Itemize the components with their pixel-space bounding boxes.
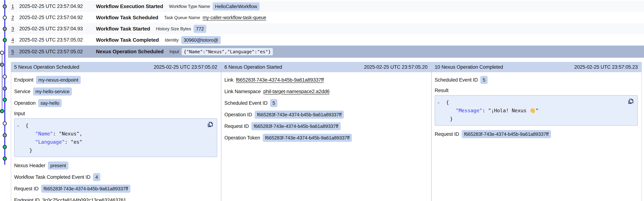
field-wtc-event-id: Workflow Task Completed Event ID 4 xyxy=(14,173,217,181)
table-row[interactable]: 2 2025-02-25 UTC 23:57:04.92 Workflow Ta… xyxy=(8,12,644,23)
field-label: Scheduled Event ID xyxy=(224,100,268,106)
event-dot-completed[interactable] xyxy=(3,38,7,42)
field-nexus-header: Nexus Header present xyxy=(14,161,217,169)
json-line: "Name": "Nexus", xyxy=(14,129,204,138)
table-row[interactable]: 4 2025-02-25 UTC 23:57:05.02 Workflow Ta… xyxy=(8,34,644,46)
panel-title: 5 Nexus Operation Scheduled xyxy=(14,64,79,70)
event-detail-label: History Size Bytes xyxy=(156,26,191,32)
event-detail-panels: 5 Nexus Operation Scheduled 2025-02-25 U… xyxy=(11,62,642,201)
link-event-link[interactable]: f665283f-743e-4374-b45b-9a61a89337ff xyxy=(236,77,324,83)
field-label: Link xyxy=(224,77,234,83)
field-request-id: Request ID f665283f-743e-4374-b45b-9a61a… xyxy=(14,185,217,193)
event-dot-scheduled[interactable] xyxy=(0,51,4,55)
event-timestamp: 2025-02-25 UTC 23:57:04.92 xyxy=(19,4,96,9)
event-dot-completed[interactable] xyxy=(3,145,7,149)
field-request-id: Request ID f665283f-743e-4374-b45b-9a61a… xyxy=(224,122,428,130)
field-value-badge: f665283f-743e-4374-b45b-9a61a89337ff xyxy=(263,134,352,142)
field-value-badge: my-nexus-endpoint xyxy=(36,76,81,84)
field-input-label: Input xyxy=(14,111,217,117)
table-row[interactable]: 1 2025-02-25 UTC 23:57:04.92 Workflow Ex… xyxy=(8,1,644,12)
event-id-link[interactable]: 2 xyxy=(12,15,19,20)
field-label: Link Namespace xyxy=(224,89,261,94)
event-dot-started[interactable] xyxy=(3,5,7,9)
event-id-link[interactable]: 3 xyxy=(12,26,19,32)
event-timestamp: 2025-02-25 UTC 23:57:04.92 xyxy=(19,15,96,20)
field-label: Request ID xyxy=(14,186,38,192)
event-dot-completed[interactable] xyxy=(0,109,4,113)
field-value-badge: f665283f-743e-4374-b45b-9a61a89337ff xyxy=(255,111,344,119)
field-value-badge: 5 xyxy=(270,99,278,107)
collapse-chevron-icon[interactable]: ⌄ xyxy=(14,121,26,129)
field-operation-id: Operation ID f665283f-743e-4374-b45b-9a6… xyxy=(224,111,428,119)
panel-header: 10 Nexus Operation Completed 2025-02-25 … xyxy=(432,62,642,72)
table-row-selected[interactable]: 5 2025-02-25 UTC 23:57:05.02 Nexus Opera… xyxy=(8,46,644,58)
field-result-label: Result xyxy=(435,87,638,94)
event-table: 1 2025-02-25 UTC 23:57:04.92 Workflow Ex… xyxy=(8,1,644,58)
event-detail-label: Workflow Type Name xyxy=(169,4,210,9)
event-dot-scheduled[interactable] xyxy=(3,121,7,125)
link-namespace-link[interactable]: phil-target-namespace2.a2dd6 xyxy=(263,89,330,94)
field-label: Operation Token xyxy=(224,135,260,141)
panel-body: Endpoint my-nexus-endpoint Service my-he… xyxy=(11,72,221,201)
field-value-badge: f665283f-743e-4374-b45b-9a61a89337ff xyxy=(462,130,551,138)
field-scheduled-event-id: Scheduled Event ID 5 xyxy=(224,99,428,107)
event-id-link[interactable]: 5 xyxy=(12,49,19,55)
copy-icon[interactable] xyxy=(206,121,214,128)
endpoint-id-link[interactable]: 3c0c75ccfa8144b092c13ce632463761 xyxy=(42,197,126,201)
event-dot-started[interactable] xyxy=(3,133,7,137)
event-name: Workflow Execution Started xyxy=(96,4,163,9)
field-value-badge: f665283f-743e-4374-b45b-9a61a89337ff xyxy=(251,122,341,130)
event-dot-started[interactable] xyxy=(3,87,7,91)
field-label: Nexus Header xyxy=(14,163,45,168)
panel-title: 10 Nexus Operation Completed xyxy=(435,64,503,70)
workflow-event-history-view: 1 2025-02-25 UTC 23:57:04.92 Workflow Ex… xyxy=(0,0,644,201)
panel-timestamp: 2025-02-25 UTC 23:57:05.20 xyxy=(364,64,428,70)
event-dot-scheduled[interactable] xyxy=(3,75,7,79)
field-request-id: Request ID f665283f-743e-4374-b45b-9a61a… xyxy=(435,130,638,138)
json-line: "Message": "¡Hola! Nexus 👋" xyxy=(435,106,624,115)
event-id-link[interactable]: 1 xyxy=(12,4,19,9)
input-json-viewer: ⌄{ "Name": "Nexus", "Language": "es" } xyxy=(14,118,217,157)
event-timestamp: 2025-02-25 UTC 23:57:05.02 xyxy=(19,49,96,55)
field-value-badge: present xyxy=(48,161,68,169)
event-dot-started[interactable] xyxy=(3,27,7,31)
panel-header: 6 Nexus Operation Started 2025-02-25 UTC… xyxy=(222,62,431,72)
panel-timestamp: 2025-02-25 UTC 23:57:05.02 xyxy=(154,64,217,70)
field-service: Service my-hello-service xyxy=(14,87,217,96)
event-dot-scheduled[interactable] xyxy=(3,16,7,20)
event-name: Nexus Operation Scheduled xyxy=(96,49,164,55)
field-label: Endpoint ID xyxy=(14,197,40,201)
event-input-badge: {"Name":"Nexus","Language":"es"} xyxy=(182,48,273,55)
field-operation: Operation say-hello xyxy=(14,99,217,107)
panel-nexus-operation-completed: 10 Nexus Operation Completed 2025-02-25 … xyxy=(432,62,642,201)
task-queue-link[interactable]: my-caller-workflow-task-queue xyxy=(203,15,266,20)
panel-nexus-operation-scheduled: 5 Nexus Operation Scheduled 2025-02-25 U… xyxy=(11,62,222,201)
event-timestamp: 2025-02-25 UTC 23:57:04.93 xyxy=(19,26,96,32)
event-dot-completed[interactable] xyxy=(3,156,7,161)
event-id-link[interactable]: 4 xyxy=(12,37,19,43)
table-row[interactable]: 3 2025-02-25 UTC 23:57:04.93 Workflow Ta… xyxy=(8,23,644,34)
field-label: Result xyxy=(435,88,448,93)
event-detail-badge: 30960@totoro@ xyxy=(181,36,221,44)
collapse-chevron-icon[interactable]: ⌄ xyxy=(435,98,446,106)
json-line: ⌄{ xyxy=(14,121,204,129)
event-detail-label: Task Queue Name xyxy=(164,15,200,20)
copy-icon[interactable] xyxy=(627,98,634,105)
event-dot-started[interactable] xyxy=(0,63,4,67)
field-value-badge: my-hello-service xyxy=(33,87,72,96)
field-label: Operation ID xyxy=(224,112,252,118)
field-value-badge: 5 xyxy=(480,76,488,84)
field-label: Operation xyxy=(14,100,36,106)
json-line: } xyxy=(14,146,204,154)
field-endpoint-id: Endpoint ID 3c0c75ccfa8144b092c13ce63246… xyxy=(14,196,217,201)
field-label: Request ID xyxy=(435,131,459,137)
panel-header: 5 Nexus Operation Scheduled 2025-02-25 U… xyxy=(11,62,221,72)
event-name: Workflow Task Started xyxy=(96,26,150,32)
field-link: Link f665283f-743e-4374-b45b-9a61a89337f… xyxy=(224,76,428,84)
field-operation-token: Operation Token f665283f-743e-4374-b45b-… xyxy=(224,134,428,142)
event-timestamp: 2025-02-25 UTC 23:57:05.02 xyxy=(19,37,96,43)
event-name: Workflow Task Scheduled xyxy=(96,15,158,21)
event-name: Workflow Task Completed xyxy=(96,37,159,43)
event-dot-completed[interactable] xyxy=(3,98,7,102)
field-link-namespace: Link Namespace phil-target-namespace2.a2… xyxy=(224,87,428,96)
